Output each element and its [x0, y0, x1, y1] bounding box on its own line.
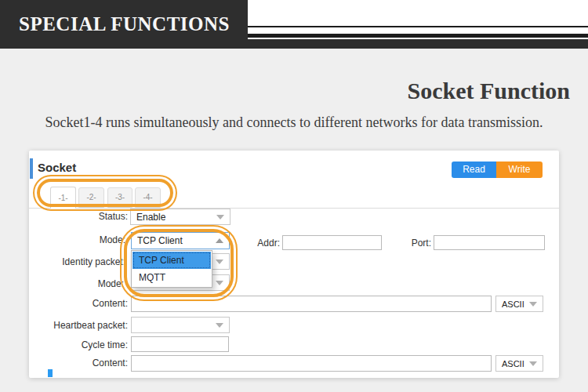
socket-panel-title: Socket — [38, 161, 76, 174]
header-band: SPECIAL FUNCTIONS — [0, 0, 588, 49]
tab-socket-4[interactable]: -4- — [135, 187, 161, 208]
read-button[interactable]: Read — [452, 162, 496, 178]
status-label: Status: — [34, 211, 128, 222]
content2-label: Content: — [34, 358, 128, 368]
mode-label: Mode: — [34, 234, 125, 245]
tab-socket-3[interactable]: -3- — [107, 187, 132, 208]
heartbeat-packet-label: Heartbeat packet: — [34, 320, 128, 331]
cycle-time-input[interactable] — [131, 336, 229, 352]
content1-encoding-value: ASCII — [502, 299, 524, 309]
tabbar-divider — [29, 208, 559, 209]
content1-encoding-dropdown[interactable]: ASCII — [495, 296, 543, 312]
socket-panel: Socket Read Write -1- -2- -3- -4- Status… — [29, 151, 559, 378]
chevron-down-icon — [216, 260, 223, 264]
option-tcp-client[interactable]: TCP Client — [132, 252, 211, 269]
content2-input[interactable] — [131, 355, 492, 372]
title-accent-bar — [30, 158, 33, 179]
status-dropdown[interactable]: Enable — [130, 209, 230, 225]
cycle-time-label: Cycle time: — [34, 339, 128, 350]
content1-label: Content: — [34, 298, 128, 309]
tab-socket-2[interactable]: -2- — [78, 187, 104, 208]
page-subtitle: Socket1-4 runs simultaneously and connec… — [0, 114, 588, 131]
option-mqtt[interactable]: MQTT — [132, 269, 211, 286]
port-label: Port: — [394, 238, 431, 249]
content2-encoding-value: ASCII — [502, 359, 524, 368]
identity-packet-label: Identity packet: — [34, 256, 125, 267]
heartbeat-packet-dropdown[interactable] — [131, 317, 230, 333]
mode-value: TCP Client — [137, 235, 183, 246]
write-button[interactable]: Write — [496, 162, 543, 178]
page: SPECIAL FUNCTIONS Socket Function Socket… — [0, 0, 588, 392]
mode-dropdown[interactable]: TCP Client — [131, 232, 230, 249]
chevron-up-icon — [216, 238, 223, 243]
tab-socket-1[interactable]: -1- — [50, 187, 76, 209]
chevron-down-icon — [529, 361, 537, 366]
status-value: Enable — [136, 212, 165, 223]
decorative-stripe-thick — [248, 39, 588, 49]
addr-input[interactable] — [282, 235, 382, 250]
port-input[interactable] — [434, 235, 545, 250]
chevron-down-icon — [529, 302, 537, 307]
banner-title: SPECIAL FUNCTIONS — [19, 13, 230, 35]
mode-options-list: TCP Client MQTT — [131, 250, 212, 288]
decorative-stripe-thin — [248, 26, 588, 27]
special-functions-banner: SPECIAL FUNCTIONS — [0, 0, 248, 49]
blue-cursor-mark — [48, 369, 53, 377]
content1-input[interactable] — [131, 296, 492, 312]
chevron-down-icon — [216, 281, 223, 285]
mode2-label: Mode: — [34, 278, 124, 289]
content2-encoding-dropdown[interactable]: ASCII — [495, 355, 543, 372]
page-title: Socket Function — [407, 78, 570, 104]
chevron-down-icon — [216, 215, 224, 220]
addr-label: Addr: — [249, 238, 280, 249]
chevron-down-icon — [216, 323, 223, 328]
decorative-stripe-medium — [248, 34, 588, 38]
